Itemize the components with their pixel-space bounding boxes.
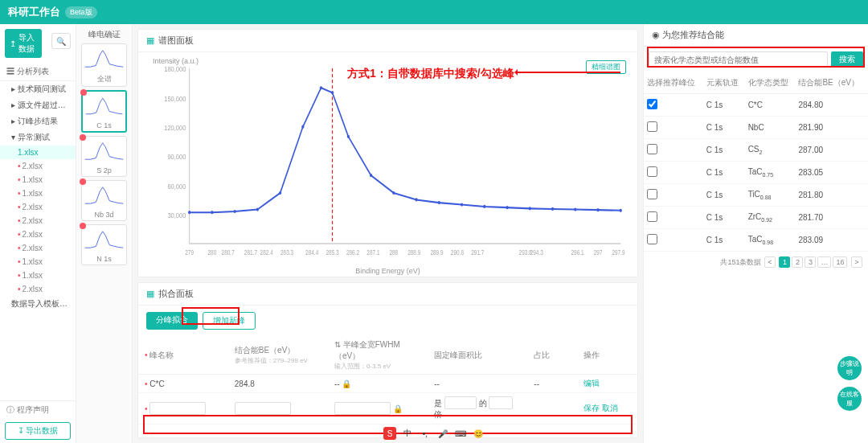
thumbnail[interactable]: Nb 3d xyxy=(81,180,127,221)
beta-badge: Beta版 xyxy=(65,6,97,18)
peak-name-input[interactable] xyxy=(149,402,206,415)
tree-file[interactable]: •1.xlsx xyxy=(0,187,76,200)
help-steps-button[interactable]: 步骤说明 xyxy=(837,356,862,380)
svg-point-29 xyxy=(188,211,190,214)
thumbs-header: 峰电确证 xyxy=(81,27,127,43)
cancel-link[interactable]: 取消 xyxy=(602,404,618,412)
annotation-arrow-1 xyxy=(516,72,620,73)
svg-text:290.8: 290.8 xyxy=(451,248,464,256)
svg-point-48 xyxy=(596,208,599,211)
tree-file[interactable]: 1.xlsx xyxy=(0,146,76,159)
ime-icon: 😊 xyxy=(472,427,485,440)
mic-icon: 🎤 xyxy=(436,427,449,440)
svg-point-32 xyxy=(256,207,259,211)
tree-file[interactable]: •1.xlsx xyxy=(0,269,76,282)
tree-file[interactable]: •2.xlsx xyxy=(0,241,76,255)
svg-text:291.7: 291.7 xyxy=(471,248,484,256)
be-search-input[interactable] xyxy=(649,51,828,68)
annotation-1: 方式1：自带数据库中搜索/勾选峰 xyxy=(347,67,514,81)
pager-page[interactable]: 2 xyxy=(792,256,803,268)
sidebar-left: ↥ 导入数据 🔍 ☰ 分析列表 ▸ 技术顾问测试 ▸ 源文件超过1… ▸ 订峰步… xyxy=(0,24,76,443)
svg-text:297: 297 xyxy=(594,248,603,256)
ime-icon: •, xyxy=(419,427,432,440)
svg-text:180,000: 180,000 xyxy=(164,64,186,73)
ime-icons: S 中 •, 🎤 ⌨ 😊 xyxy=(383,427,485,440)
x-axis-label: Binding Energy (eV) xyxy=(355,267,420,275)
tree-file[interactable]: •1.xlsx xyxy=(0,255,76,269)
recommend-row: C 1sTaC0.75283.05 xyxy=(644,162,868,184)
tree-file[interactable]: •2.xlsx xyxy=(0,228,76,241)
recommend-row: C 1sTaC0.98283.09 xyxy=(644,229,868,252)
tree-node[interactable]: ▾ 异常测试 xyxy=(0,129,76,146)
times-input[interactable] xyxy=(489,396,513,409)
tab-add-peak[interactable]: 增加新峰 xyxy=(203,312,256,330)
svg-text:286.2: 286.2 xyxy=(346,248,359,256)
tree-node[interactable]: ▸ 技术顾问测试 xyxy=(0,81,76,97)
svg-point-37 xyxy=(347,135,350,138)
y-axis-label: Intensity (a.u.) xyxy=(153,57,199,65)
chart-area[interactable]: Intensity (a.u.) 精细谱图 30,00060,00090,000… xyxy=(138,52,637,277)
sogou-icon: S xyxy=(383,427,396,440)
fit-row: • C*C 284.8 -- 🔒 -- -- 编辑 xyxy=(138,375,637,393)
row-checkbox[interactable] xyxy=(647,234,657,244)
svg-text:287.1: 287.1 xyxy=(366,248,379,256)
topbar: 科研工作台 Beta版 xyxy=(0,0,868,24)
tree-template[interactable]: 数据导入模板 (… xyxy=(0,296,76,312)
row-checkbox[interactable] xyxy=(647,211,657,222)
svg-text:289.9: 289.9 xyxy=(430,248,443,256)
footer-link[interactable]: ⓘ 程序声明 xyxy=(0,400,76,419)
app-title: 科研工作台 xyxy=(8,5,60,19)
tab-peak-fit[interactable]: 分峰拟合 xyxy=(146,312,198,330)
ime-icon: ⌨ xyxy=(454,427,467,440)
row-checkbox[interactable] xyxy=(647,121,657,132)
svg-point-35 xyxy=(320,86,322,89)
tree-file[interactable]: •2.xlsx xyxy=(0,200,76,214)
row-checkbox[interactable] xyxy=(647,189,657,199)
fwhm-input[interactable] xyxy=(334,402,391,415)
svg-text:60,000: 60,000 xyxy=(167,182,186,191)
tree-node[interactable]: ▸ 源文件超过1… xyxy=(0,97,76,113)
row-checkbox[interactable] xyxy=(647,166,657,177)
tree-file[interactable]: •2.xlsx xyxy=(0,214,76,228)
spectrum-panel: ▦谱图面板 Intensity (a.u.) 精细谱图 30,00060,000… xyxy=(137,29,638,277)
thumbnail[interactable]: S 2p xyxy=(81,136,127,177)
be-search-button[interactable]: 搜索 xyxy=(831,51,863,68)
tree-file[interactable]: •1.xlsx xyxy=(0,173,76,187)
svg-text:285.3: 285.3 xyxy=(326,248,339,256)
ratio-select[interactable] xyxy=(444,396,477,409)
svg-point-38 xyxy=(370,174,372,177)
import-button[interactable]: ↥ 导入数据 xyxy=(5,29,42,58)
be-input[interactable] xyxy=(235,402,291,415)
thumbnail[interactable]: C 1s xyxy=(81,90,127,133)
pager-prev[interactable]: < xyxy=(764,256,776,268)
svg-text:30,000: 30,000 xyxy=(167,211,186,219)
edit-link[interactable]: 编辑 xyxy=(583,379,600,388)
export-button[interactable]: ↧ 导出数据 xyxy=(5,422,71,440)
svg-point-33 xyxy=(279,191,281,195)
pager-next[interactable]: > xyxy=(851,256,862,268)
svg-point-36 xyxy=(331,91,334,94)
row-checkbox[interactable] xyxy=(647,144,657,154)
tree-node[interactable]: ▸ 订峰步结果 xyxy=(0,113,76,129)
pager-page: … xyxy=(817,256,831,268)
thumbnail[interactable]: N 1s xyxy=(81,224,127,265)
row-checkbox[interactable] xyxy=(647,99,657,109)
svg-text:90,000: 90,000 xyxy=(167,152,186,161)
tree-file[interactable]: •2.xlsx xyxy=(0,282,76,296)
svg-point-30 xyxy=(211,211,213,214)
panel-icon: ▦ xyxy=(146,289,154,299)
tree-file[interactable]: •2.xlsx xyxy=(0,159,76,173)
svg-point-46 xyxy=(551,207,554,211)
svg-point-39 xyxy=(392,191,395,195)
save-link[interactable]: 保存 xyxy=(583,404,600,412)
pager-page[interactable]: 16 xyxy=(833,256,847,268)
svg-text:279: 279 xyxy=(185,248,194,256)
panel-title: 谱图面板 xyxy=(158,35,194,47)
support-button[interactable]: 在线客服 xyxy=(837,387,862,411)
thumbnail[interactable]: 全谱 xyxy=(81,43,127,87)
panel-icon: ▦ xyxy=(146,35,154,46)
search-icon[interactable]: 🔍 xyxy=(51,33,71,49)
pager-page[interactable]: 1 xyxy=(779,256,790,268)
svg-point-40 xyxy=(415,198,417,201)
pager-page[interactable]: 3 xyxy=(805,256,816,268)
